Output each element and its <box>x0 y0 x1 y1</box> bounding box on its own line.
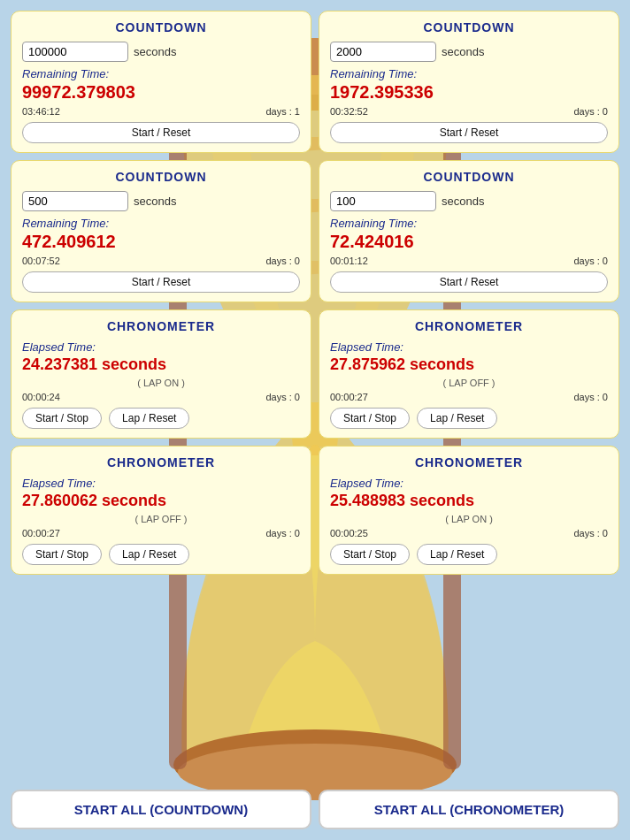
chrono-3-clock: 00:00:27 <box>22 528 60 538</box>
countdown-2-time-value: 1972.395336 <box>330 82 608 103</box>
chrono-1-title: CHRONOMETER <box>22 319 300 333</box>
countdown-4-days: days : 0 <box>573 256 608 266</box>
countdown-3-input[interactable] <box>22 191 128 211</box>
countdown-widget-4: COUNTDOWN seconds Remaining Time: 72.424… <box>319 160 619 302</box>
countdown-1-start-reset-button[interactable]: Start / Reset <box>22 122 300 143</box>
countdown-4-clock: 00:01:12 <box>330 256 368 266</box>
countdown-2-seconds-label: seconds <box>442 45 484 58</box>
countdown-3-time-value: 472.409612 <box>22 232 300 252</box>
countdown-2-title: COUNTDOWN <box>330 20 608 34</box>
chrono-widget-2: CHRONOMETER Elapsed Time: 27.875962 seco… <box>319 309 619 439</box>
countdown-3-days: days : 0 <box>265 256 300 266</box>
countdown-1-remaining-label: Remaining Time: <box>22 67 300 80</box>
chrono-1-time-value: 24.237381 seconds <box>22 355 300 374</box>
chrono-2-clock: 00:00:27 <box>330 392 368 402</box>
start-all-chrono-button[interactable]: START ALL (CHRONOMETER) <box>319 790 619 829</box>
chrono-2-days: days : 0 <box>573 392 608 402</box>
bottom-row: START ALL (COUNTDOWN) START ALL (CHRONOM… <box>11 786 619 829</box>
countdown-1-seconds-label: seconds <box>134 45 176 58</box>
countdown-3-seconds-label: seconds <box>134 195 176 208</box>
countdown-2-input[interactable] <box>330 42 436 62</box>
countdown-2-remaining-label: Remaining Time: <box>330 67 608 80</box>
main-container: COUNTDOWN seconds Remaining Time: 99972.… <box>0 0 630 840</box>
chrono-2-start-stop-button[interactable]: Start / Stop <box>330 408 410 429</box>
chrono-1-lap-reset-button[interactable]: Lap / Reset <box>109 408 189 429</box>
chrono-4-clock: 00:00:25 <box>330 528 368 538</box>
chrono-3-lap-status: ( LAP OFF ) <box>22 514 300 524</box>
start-all-countdown-button[interactable]: START ALL (COUNTDOWN) <box>11 790 311 829</box>
chrono-widget-4: CHRONOMETER Elapsed Time: 25.488983 seco… <box>319 446 619 575</box>
chrono-3-days: days : 0 <box>265 528 300 538</box>
chrono-4-time-value: 25.488983 seconds <box>330 492 608 510</box>
countdown-3-start-reset-button[interactable]: Start / Reset <box>22 271 300 293</box>
chrono-3-lap-reset-button[interactable]: Lap / Reset <box>109 544 189 565</box>
chrono-2-lap-status: ( LAP OFF ) <box>330 378 608 388</box>
countdown-2-start-reset-button[interactable]: Start / Reset <box>330 122 608 143</box>
chrono-4-elapsed-label: Elapsed Time: <box>330 477 608 490</box>
chrono-2-title: CHRONOMETER <box>330 319 608 333</box>
chrono-1-clock: 00:00:24 <box>22 392 60 402</box>
countdown-3-clock: 00:07:52 <box>22 256 60 266</box>
countdown-3-title: COUNTDOWN <box>22 170 300 184</box>
chrono-3-start-stop-button[interactable]: Start / Stop <box>22 544 102 565</box>
chrono-3-title: CHRONOMETER <box>22 455 300 470</box>
chrono-3-time-value: 27.860062 seconds <box>22 492 300 510</box>
chrono-2-time-value: 27.875962 seconds <box>330 355 608 374</box>
countdown-1-clock: 03:46:12 <box>22 106 60 117</box>
row-3: CHRONOMETER Elapsed Time: 24.237381 seco… <box>11 309 619 439</box>
chrono-4-lap-status: ( LAP ON ) <box>330 514 608 524</box>
countdown-1-title: COUNTDOWN <box>22 20 300 34</box>
chrono-1-start-stop-button[interactable]: Start / Stop <box>22 408 102 429</box>
chrono-2-elapsed-label: Elapsed Time: <box>330 340 608 354</box>
chrono-4-start-stop-button[interactable]: Start / Stop <box>330 544 410 565</box>
chrono-4-days: days : 0 <box>573 528 608 538</box>
row-1: COUNTDOWN seconds Remaining Time: 99972.… <box>11 11 619 153</box>
chrono-widget-1: CHRONOMETER Elapsed Time: 24.237381 seco… <box>11 309 311 439</box>
countdown-1-input[interactable] <box>22 42 128 62</box>
countdown-2-clock: 00:32:52 <box>330 106 368 117</box>
countdown-3-remaining-label: Remaining Time: <box>22 217 300 230</box>
countdown-1-days: days : 1 <box>265 106 300 117</box>
countdown-4-start-reset-button[interactable]: Start / Reset <box>330 271 608 293</box>
countdown-widget-1: COUNTDOWN seconds Remaining Time: 99972.… <box>11 11 311 153</box>
chrono-4-lap-reset-button[interactable]: Lap / Reset <box>417 544 497 565</box>
chrono-1-days: days : 0 <box>265 392 300 402</box>
chrono-1-lap-status: ( LAP ON ) <box>22 378 300 388</box>
countdown-4-seconds-label: seconds <box>442 195 484 208</box>
countdown-4-input[interactable] <box>330 191 436 211</box>
countdown-4-title: COUNTDOWN <box>330 170 608 184</box>
chrono-1-elapsed-label: Elapsed Time: <box>22 340 300 354</box>
row-4: CHRONOMETER Elapsed Time: 27.860062 seco… <box>11 446 619 575</box>
row-2: COUNTDOWN seconds Remaining Time: 472.40… <box>11 160 619 302</box>
chrono-2-lap-reset-button[interactable]: Lap / Reset <box>417 408 497 429</box>
countdown-4-remaining-label: Remaining Time: <box>330 217 608 230</box>
chrono-3-elapsed-label: Elapsed Time: <box>22 477 300 490</box>
countdown-widget-2: COUNTDOWN seconds Remaining Time: 1972.3… <box>319 11 619 153</box>
chrono-4-title: CHRONOMETER <box>330 455 608 470</box>
countdown-widget-3: COUNTDOWN seconds Remaining Time: 472.40… <box>11 160 311 302</box>
countdown-4-time-value: 72.424016 <box>330 232 608 252</box>
countdown-2-days: days : 0 <box>573 106 608 117</box>
countdown-1-time-value: 99972.379803 <box>22 82 300 103</box>
chrono-widget-3: CHRONOMETER Elapsed Time: 27.860062 seco… <box>11 446 311 575</box>
